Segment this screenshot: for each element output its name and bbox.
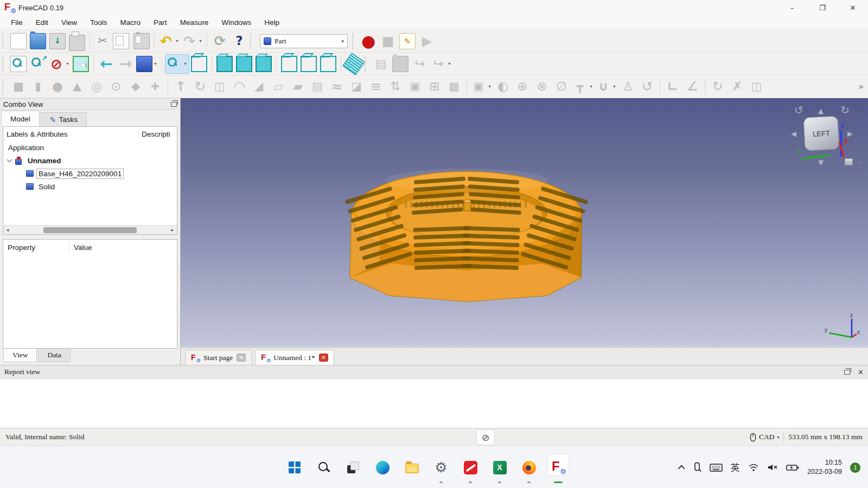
extrude-button[interactable]: ↑ bbox=[171, 77, 190, 97]
home-view-button[interactable]: ▾ bbox=[136, 54, 159, 74]
defeaturing-button[interactable]: ↺ bbox=[637, 77, 657, 97]
taskbar-edge[interactable] bbox=[368, 446, 397, 488]
ruled-surface-button[interactable]: ▰ bbox=[288, 77, 308, 97]
3d-model-base[interactable] bbox=[181, 98, 868, 346]
mirror-button[interactable]: ◫ bbox=[210, 77, 229, 97]
ime-language-indicator[interactable]: 英 bbox=[731, 461, 740, 474]
menu-help[interactable]: Help bbox=[258, 16, 286, 29]
view-front-button[interactable] bbox=[215, 54, 234, 74]
view-left-button[interactable] bbox=[318, 54, 338, 74]
scroll-left-icon[interactable]: ◂ bbox=[3, 227, 12, 233]
tree-item-solid[interactable]: Solid bbox=[3, 180, 177, 193]
macro-edit-button[interactable]: ✎ bbox=[398, 31, 417, 51]
maximize-button[interactable]: ❐ bbox=[807, 0, 838, 15]
nav-cube-menu-icon[interactable]: ▾ bbox=[858, 159, 860, 165]
sweep-button[interactable]: ≈ bbox=[327, 77, 347, 97]
taskbar-firefox[interactable] bbox=[514, 446, 544, 488]
column-labels-attributes[interactable]: Labels & Attributes bbox=[3, 130, 138, 138]
taskbar-freecad[interactable] bbox=[544, 446, 573, 488]
redo-button[interactable]: ↷▾ bbox=[181, 31, 204, 51]
macro-record-button[interactable]: ● bbox=[359, 31, 378, 51]
tab-data[interactable]: Data bbox=[38, 349, 70, 362]
make-face-button[interactable]: ▱ bbox=[269, 77, 288, 97]
navigate-forward-button[interactable]: → bbox=[116, 54, 136, 74]
create-part-button[interactable]: ▤ bbox=[371, 54, 391, 74]
taskbar-task-view[interactable] bbox=[339, 446, 368, 488]
nav-cube-face[interactable]: LEFT bbox=[803, 115, 839, 151]
chevron-down-icon[interactable]: ▾ bbox=[182, 61, 188, 66]
column-value[interactable]: Value bbox=[69, 243, 177, 252]
create-primitives-button[interactable]: ◆ bbox=[126, 77, 145, 97]
boolean-intersection-button[interactable]: ⊗ bbox=[532, 77, 552, 97]
section-button[interactable]: ◪ bbox=[347, 77, 366, 97]
navigation-style-selector[interactable]: CAD ▾ bbox=[750, 433, 780, 442]
chevron-down-icon[interactable]: ▾ bbox=[152, 61, 158, 66]
fit-all-button[interactable] bbox=[9, 54, 28, 74]
nav-cube-mini-icon[interactable] bbox=[845, 158, 853, 165]
sphere-button[interactable]: ● bbox=[48, 77, 67, 97]
menu-tools[interactable]: Tools bbox=[84, 16, 114, 29]
wifi-icon[interactable] bbox=[748, 463, 759, 472]
chevron-down-icon[interactable]: ▾ bbox=[65, 61, 71, 66]
boolean-cut-button[interactable]: ◐ bbox=[493, 77, 513, 97]
offset-2d-button[interactable]: ▣ bbox=[405, 77, 425, 97]
menu-windows[interactable]: Windows bbox=[215, 16, 258, 29]
measure-toggle-button[interactable]: ◫ bbox=[747, 77, 767, 97]
thickness-button[interactable]: ⊞ bbox=[425, 77, 444, 97]
rotate-ccw-icon[interactable]: ↺ bbox=[794, 104, 803, 117]
fit-selection-button[interactable]: ↗ bbox=[28, 54, 48, 74]
taskbar-sketchup[interactable] bbox=[456, 446, 485, 488]
nav-arrow-left-icon[interactable]: ◀ bbox=[791, 130, 796, 138]
compound-tools-button[interactable]: ▣▾ bbox=[470, 77, 493, 97]
nav-arrow-right-icon[interactable]: ▶ bbox=[847, 130, 853, 138]
cut-button[interactable]: ✂ bbox=[93, 31, 112, 51]
print-button[interactable] bbox=[67, 31, 87, 51]
copy-button[interactable] bbox=[112, 31, 132, 51]
taskbar-start[interactable] bbox=[280, 446, 309, 488]
tab-start-page[interactable]: F⚙ Start page ✕ bbox=[185, 350, 252, 365]
workbench-selector[interactable]: Part▾ bbox=[260, 34, 348, 48]
undo-button[interactable]: ↶▾ bbox=[157, 31, 181, 51]
open-document-button[interactable] bbox=[28, 31, 48, 51]
abort-button[interactable]: ⊘ bbox=[476, 429, 495, 445]
taskbar-search[interactable] bbox=[309, 446, 339, 488]
box-element-selection-button[interactable] bbox=[71, 54, 91, 74]
tab-unnamed-document[interactable]: F⚙ Unnamed : 1* ✕ bbox=[255, 350, 334, 365]
menu-view[interactable]: View bbox=[55, 16, 84, 29]
join-features-button[interactable]: ┳▾ bbox=[571, 77, 595, 97]
refresh-button[interactable]: ⟳ bbox=[210, 31, 229, 51]
macro-stop-button[interactable]: ■ bbox=[378, 31, 398, 51]
torus-button[interactable]: ◎ bbox=[87, 77, 106, 97]
toolbar-handle[interactable] bbox=[352, 34, 356, 49]
whats-this-button[interactable]: ? bbox=[229, 31, 249, 51]
menu-part[interactable]: Part bbox=[147, 16, 174, 29]
navigation-cube[interactable]: ↺ ↻ ▲ ▼ ◀ ▶ LEFT Z X Y ▾ bbox=[790, 102, 854, 166]
scroll-right-icon[interactable]: ▸ bbox=[168, 227, 177, 233]
volume-muted-icon[interactable] bbox=[767, 463, 778, 472]
toolbar-handle[interactable] bbox=[2, 56, 7, 72]
chevron-down-icon[interactable]: ▾ bbox=[588, 84, 594, 89]
macro-execute-button[interactable]: ▶ bbox=[417, 31, 437, 51]
revolve-button[interactable]: ↻ bbox=[190, 77, 210, 97]
battery-charging-icon[interactable] bbox=[786, 464, 799, 471]
nav-arrow-down-icon[interactable]: ▼ bbox=[818, 158, 824, 166]
convert-to-solid-button[interactable]: ▩ bbox=[444, 77, 464, 97]
make-link-button[interactable]: ↪ bbox=[410, 54, 430, 74]
save-document-button[interactable]: ↓ bbox=[48, 31, 67, 51]
axonometric-view-button[interactable] bbox=[189, 54, 209, 74]
notification-badge[interactable]: 1 bbox=[850, 463, 860, 473]
create-group-button[interactable] bbox=[391, 54, 410, 74]
tab-view[interactable]: View bbox=[3, 349, 37, 362]
toolbar-handle[interactable] bbox=[250, 34, 254, 49]
pen-device-icon[interactable] bbox=[693, 462, 701, 473]
chevron-down-icon[interactable]: ▾ bbox=[174, 38, 180, 43]
box-button[interactable]: ■ bbox=[9, 77, 28, 97]
rotate-cw-icon[interactable]: ↻ bbox=[840, 104, 850, 117]
boolean-union-button[interactable]: ⊕ bbox=[513, 77, 532, 97]
navigate-back-button[interactable]: ← bbox=[97, 54, 116, 74]
measure-refresh-button[interactable]: ↻ bbox=[708, 77, 727, 97]
measure-linear-button[interactable]: ∟ bbox=[663, 77, 682, 97]
taskbar-settings[interactable] bbox=[426, 446, 456, 488]
hidden-icons-chevron-icon[interactable] bbox=[680, 465, 685, 470]
report-close-icon[interactable]: ✕ bbox=[858, 368, 864, 376]
